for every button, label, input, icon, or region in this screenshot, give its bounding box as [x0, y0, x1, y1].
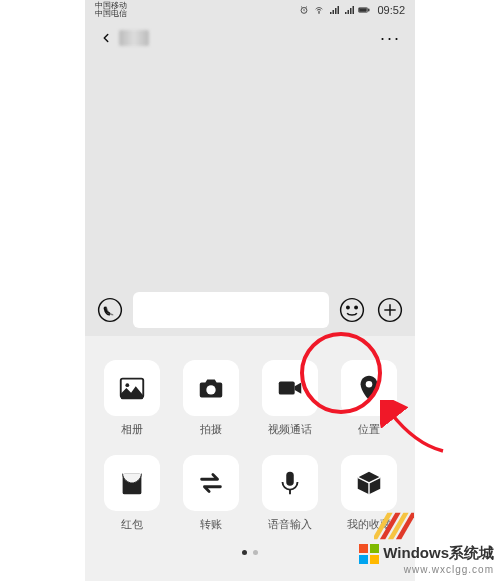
attachment-video-call[interactable]: 视频通话	[257, 360, 322, 437]
signal2-icon	[343, 5, 355, 15]
attachment-label: 红包	[121, 517, 143, 532]
phone-frame: 中国移动 中国电信 09:52 ···	[85, 0, 415, 581]
attachment-grid: 相册 拍摄 视频通话 位置	[99, 360, 401, 532]
battery-icon	[358, 5, 370, 15]
plus-button[interactable]	[375, 295, 405, 325]
status-right: 09:52	[298, 4, 405, 16]
svg-rect-7	[348, 10, 350, 14]
attachment-favorites[interactable]: 我的收藏	[336, 455, 401, 532]
mic-icon	[275, 468, 305, 498]
svg-point-13	[99, 299, 122, 322]
attachment-label: 转账	[200, 517, 222, 532]
svg-rect-2	[330, 12, 332, 14]
attachment-label: 视频通话	[268, 422, 312, 437]
transfer-icon	[196, 468, 226, 498]
back-icon[interactable]	[99, 31, 113, 45]
svg-rect-26	[286, 472, 294, 486]
attachment-transfer[interactable]: 转账	[178, 455, 243, 532]
svg-point-24	[365, 381, 372, 388]
message-input[interactable]	[133, 292, 329, 328]
chat-title-redacted	[119, 30, 149, 46]
svg-point-15	[347, 306, 349, 308]
image-icon	[117, 373, 147, 403]
smiley-icon	[339, 297, 365, 323]
svg-rect-23	[278, 381, 294, 394]
attachment-location[interactable]: 位置	[336, 360, 401, 437]
carrier-2: 中国电信	[95, 10, 127, 18]
page-dot	[253, 550, 258, 555]
status-carrier: 中国移动 中国电信	[95, 2, 127, 18]
svg-point-1	[319, 13, 320, 14]
svg-rect-6	[345, 12, 347, 14]
svg-rect-8	[350, 8, 352, 14]
svg-rect-5	[338, 6, 340, 14]
more-button[interactable]: ···	[380, 28, 401, 49]
attachment-label: 我的收藏	[347, 517, 391, 532]
svg-rect-3	[333, 10, 335, 14]
voice-wave-icon	[97, 297, 123, 323]
status-time: 09:52	[377, 4, 405, 16]
wifi-icon	[313, 5, 325, 15]
attachment-red-packet[interactable]: 红包	[99, 455, 164, 532]
svg-point-22	[206, 385, 215, 394]
svg-rect-11	[369, 9, 370, 11]
input-bar	[85, 284, 415, 336]
attachment-label: 位置	[358, 422, 380, 437]
page-indicator	[99, 550, 401, 555]
alarm-icon	[298, 5, 310, 15]
signal1-icon	[328, 5, 340, 15]
chat-messages-area[interactable]	[85, 58, 415, 284]
attachment-camera[interactable]: 拍摄	[178, 360, 243, 437]
emoji-button[interactable]	[337, 295, 367, 325]
chat-top-bar: ···	[85, 18, 415, 58]
attachment-album[interactable]: 相册	[99, 360, 164, 437]
svg-rect-12	[360, 9, 367, 12]
video-icon	[275, 373, 305, 403]
attachment-panel: 相册 拍摄 视频通话 位置	[85, 336, 415, 581]
status-bar: 中国移动 中国电信 09:52	[85, 0, 415, 18]
attachment-label: 语音输入	[268, 517, 312, 532]
svg-point-14	[341, 299, 364, 322]
voice-toggle-button[interactable]	[95, 295, 125, 325]
attachment-voice-input[interactable]: 语音输入	[257, 455, 322, 532]
box-icon	[354, 468, 384, 498]
svg-point-16	[355, 306, 357, 308]
plus-icon	[377, 297, 403, 323]
svg-rect-4	[335, 8, 337, 14]
page-dot-active	[242, 550, 247, 555]
camera-icon	[196, 373, 226, 403]
envelope-icon	[117, 468, 147, 498]
svg-point-21	[125, 383, 129, 387]
attachment-label: 相册	[121, 422, 143, 437]
location-pin-icon	[354, 373, 384, 403]
attachment-label: 拍摄	[200, 422, 222, 437]
svg-rect-9	[353, 6, 355, 14]
